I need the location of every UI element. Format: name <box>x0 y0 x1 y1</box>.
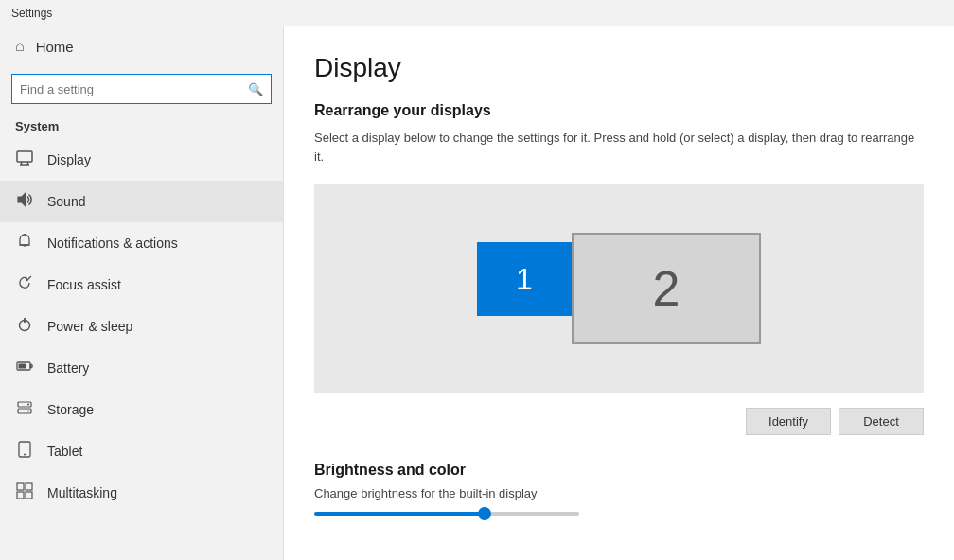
focus-icon <box>15 274 34 295</box>
svg-rect-22 <box>26 483 32 490</box>
svg-rect-24 <box>26 492 32 499</box>
brightness-section: Brightness and color Change brightness f… <box>314 462 924 516</box>
display-2[interactable]: 2 <box>572 233 761 344</box>
slider-container <box>314 512 924 516</box>
search-icon: 🔍 <box>248 82 263 96</box>
sidebar-item-sound-label: Sound <box>47 194 85 209</box>
svg-point-17 <box>27 404 29 406</box>
search-input[interactable] <box>20 82 242 96</box>
svg-point-20 <box>24 454 26 456</box>
sidebar-item-power[interactable]: Power & sleep <box>0 306 283 347</box>
storage-icon <box>15 399 34 420</box>
sidebar-item-multitasking[interactable]: Multitasking <box>0 472 283 514</box>
home-icon: ⌂ <box>15 38 25 55</box>
sidebar-item-storage[interactable]: Storage <box>0 389 283 430</box>
svg-rect-21 <box>17 483 24 490</box>
svg-rect-0 <box>17 151 32 162</box>
brightness-title: Brightness and color <box>314 462 924 479</box>
sound-icon <box>15 191 34 212</box>
sidebar-item-battery[interactable]: Battery <box>0 347 283 389</box>
display-2-label: 2 <box>653 260 680 317</box>
sidebar-item-notifications[interactable]: Notifications & actions <box>0 222 283 264</box>
sidebar-item-multitasking-label: Multitasking <box>47 485 117 500</box>
sidebar-item-power-label: Power & sleep <box>47 319 132 334</box>
battery-icon <box>15 358 34 378</box>
svg-marker-4 <box>18 193 26 206</box>
sidebar-item-sound[interactable]: Sound <box>0 181 283 222</box>
displays-area: 1 2 <box>314 184 924 393</box>
power-icon <box>15 316 34 337</box>
brightness-desc: Change brightness for the built-in displ… <box>314 486 924 500</box>
system-label: System <box>0 112 283 139</box>
tablet-icon <box>15 441 34 462</box>
display-icon <box>15 149 34 170</box>
display-1[interactable]: 1 <box>477 242 572 316</box>
multitasking-icon <box>15 482 34 503</box>
sidebar-item-storage-label: Storage <box>47 402 94 417</box>
svg-rect-10 <box>19 364 26 369</box>
identify-button[interactable]: Identify <box>746 408 831 435</box>
title-bar-label: Settings <box>11 7 52 20</box>
display-buttons: Identify Detect <box>314 408 924 435</box>
sidebar-item-tablet-label: Tablet <box>47 444 82 459</box>
content-area: Display Rearrange your displays Select a… <box>284 26 954 560</box>
displays-wrapper: 1 2 <box>477 233 761 344</box>
rearrange-section-desc: Select a display below to change the set… <box>314 129 924 166</box>
search-box[interactable]: 🔍 <box>11 74 272 104</box>
sidebar-item-display[interactable]: Display <box>0 139 283 181</box>
brightness-slider[interactable] <box>314 512 579 516</box>
page-title: Display <box>314 53 924 83</box>
sidebar-item-battery-label: Battery <box>47 360 89 376</box>
sidebar-item-home[interactable]: ⌂ Home <box>0 26 283 66</box>
svg-point-18 <box>27 411 29 412</box>
sidebar-item-focus-label: Focus assist <box>47 277 121 292</box>
sidebar-item-tablet[interactable]: Tablet <box>0 430 283 472</box>
display-1-label: 1 <box>516 262 533 297</box>
svg-rect-23 <box>17 492 24 499</box>
sidebar-home-label: Home <box>36 39 74 55</box>
title-bar: Settings <box>0 0 954 26</box>
sidebar-item-display-label: Display <box>47 152 91 167</box>
sidebar-item-focus[interactable]: Focus assist <box>0 264 283 306</box>
sidebar-item-notifications-label: Notifications & actions <box>47 236 178 251</box>
search-container: 🔍 <box>0 66 283 112</box>
rearrange-section-title: Rearrange your displays <box>314 102 924 119</box>
detect-button[interactable]: Detect <box>839 408 924 435</box>
notifications-icon <box>15 233 34 254</box>
sidebar: ⌂ Home 🔍 System Display Sound <box>0 26 284 560</box>
